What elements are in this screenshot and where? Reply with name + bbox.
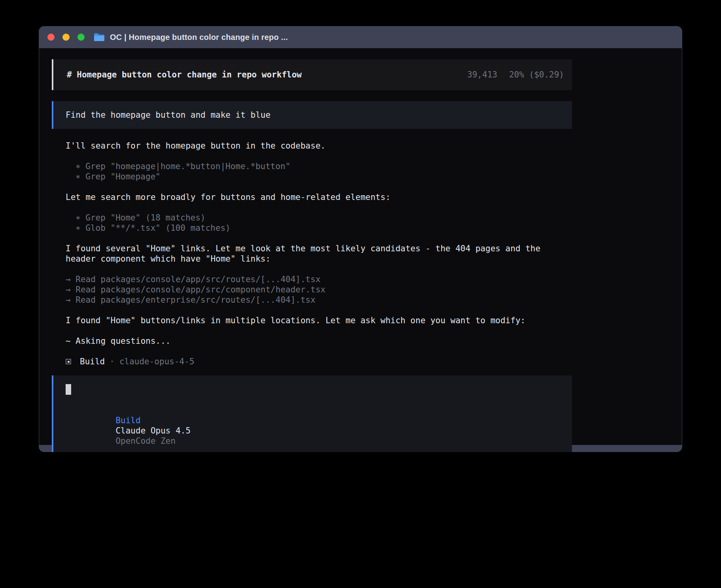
context-usage: 20% ($0.29) [509,70,564,79]
tool-read: → Read packages/console/app/src/routes/[… [66,274,572,285]
assistant-text: I found "Home" buttons/links in multiple… [66,315,572,326]
tool-call: ∗ Grep "homepage|home.*button|Home.*butt… [66,161,572,172]
terminal-window: OC | Homepage button color change in rep… [39,26,682,452]
minimize-button[interactable] [62,34,70,41]
window-title: OC | Homepage button color change in rep… [110,33,288,42]
tool-call: ∗ Glob "**/*.tsx" (100 matches) [66,223,572,233]
agent-icon [66,359,71,364]
close-button[interactable] [47,34,55,41]
tool-read: → Read packages/console/app/src/componen… [66,285,572,295]
session-title: # Homepage button color change in repo w… [67,70,302,80]
prompt-input[interactable]: Build Claude Opus 4.5 OpenCode Zen [52,375,572,452]
user-message: Find the homepage button and make it blu… [52,101,572,129]
user-message-text: Find the homepage button and make it blu… [66,110,270,120]
agent-name: Build [80,356,105,367]
model-row: Build Claude Opus 4.5 OpenCode Zen [66,405,564,452]
session-header: # Homepage button color change in repo w… [52,59,572,90]
session-stats: 39,41320% ($0.29) [467,70,564,80]
terminal-content: # Homepage button color change in repo w… [39,48,682,445]
agent-row: Build · claude-opus-4-5 [66,356,572,367]
titlebar: OC | Homepage button color change in rep… [39,26,682,48]
status-text: ~ Asking questions... [66,336,572,346]
provider-name: OpenCode Zen [115,436,176,446]
agent-separator: · [109,356,115,367]
assistant-text: Let me search more broadly for buttons a… [66,192,572,202]
zoom-button[interactable] [77,34,85,41]
token-count: 39,413 [467,70,497,79]
folder-icon [93,32,105,42]
conversation: I'll search for the homepage button in t… [52,141,572,367]
assistant-text: I'll search for the homepage button in t… [66,141,572,151]
model-name[interactable]: Claude Opus 4.5 [115,426,191,435]
traffic-lights [47,34,85,41]
text-cursor [66,384,71,395]
agent-model: claude-opus-4-5 [119,356,194,367]
title-group: OC | Homepage button color change in rep… [93,32,288,42]
tool-call: ∗ Grep "Home" (18 matches) [66,213,572,223]
tool-read: → Read packages/enterprise/src/routes/[.… [66,295,572,305]
mode-label[interactable]: Build [115,416,140,425]
assistant-text: I found several "Home" links. Let me loo… [66,243,560,264]
tool-call: ∗ Grep "Homepage" [66,172,572,182]
